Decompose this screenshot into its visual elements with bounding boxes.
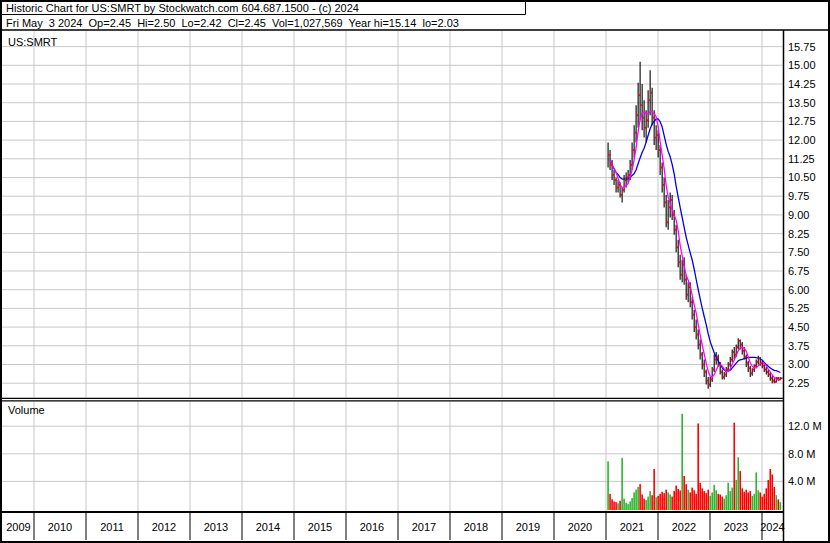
year-label: 2022 (660, 521, 708, 533)
price-tick-label: 9.75 (788, 190, 809, 202)
price-tick-label: 10.50 (788, 171, 816, 183)
year-label: 2014 (244, 521, 292, 533)
price-tick-label: 12.00 (788, 134, 816, 146)
price-tick-label: 15.00 (788, 59, 816, 71)
year-label: 2013 (192, 521, 240, 533)
price-tick-label: 8.25 (788, 228, 809, 240)
price-tick-label: 5.25 (788, 302, 809, 314)
year-label: 2016 (348, 521, 396, 533)
chart-title: Historic Chart for US:SMRT by Stockwatch… (6, 2, 359, 14)
year-label: 2015 (296, 521, 344, 533)
year-label: 2018 (452, 521, 500, 533)
volume-tick-label: 8.0 M (788, 448, 816, 460)
price-tick-label: 4.50 (788, 321, 809, 333)
gridlines (2, 31, 783, 511)
price-tick-label: 3.00 (788, 358, 809, 370)
volume-tick-label: 12.0 M (788, 420, 822, 432)
price-tick-label: 15.75 (788, 41, 816, 53)
price-tick-label: 11.25 (788, 153, 815, 165)
price-tick-label: 12.75 (788, 115, 816, 127)
year-label: 2019 (504, 521, 552, 533)
price-tick-label: 6.75 (788, 265, 809, 277)
chart-canvas (0, 0, 830, 543)
year-label: 2010 (36, 521, 84, 533)
volume-pane-label: Volume (8, 404, 45, 416)
price-tick-label: 7.50 (788, 246, 809, 258)
year-label: 2020 (556, 521, 604, 533)
price-tick-label: 6.00 (788, 284, 809, 296)
chart-frame (1, 1, 829, 542)
year-label: 2017 (400, 521, 448, 533)
price-tick-label: 14.25 (788, 78, 816, 90)
price-tick-label: 9.00 (788, 209, 809, 221)
price-tick-label: 2.25 (788, 377, 809, 389)
year-label: 2024 (749, 521, 797, 533)
price-series (608, 62, 782, 389)
year-label: 2011 (88, 521, 136, 533)
stockwatch-historic-chart-window: Historic Chart for US:SMRT by Stockwatch… (0, 0, 830, 543)
quote-summary-line: Fri May 3 2024 Op=2.45 Hi=2.50 Lo=2.42 C… (6, 17, 459, 29)
symbol-label: US:SMRT (8, 36, 57, 48)
year-label: 2021 (608, 521, 656, 533)
volume-series (607, 414, 781, 510)
volume-tick-label: 4.0 M (788, 475, 816, 487)
year-label: 2012 (140, 521, 188, 533)
price-tick-label: 3.75 (788, 340, 809, 352)
price-tick-label: 13.50 (788, 97, 816, 109)
